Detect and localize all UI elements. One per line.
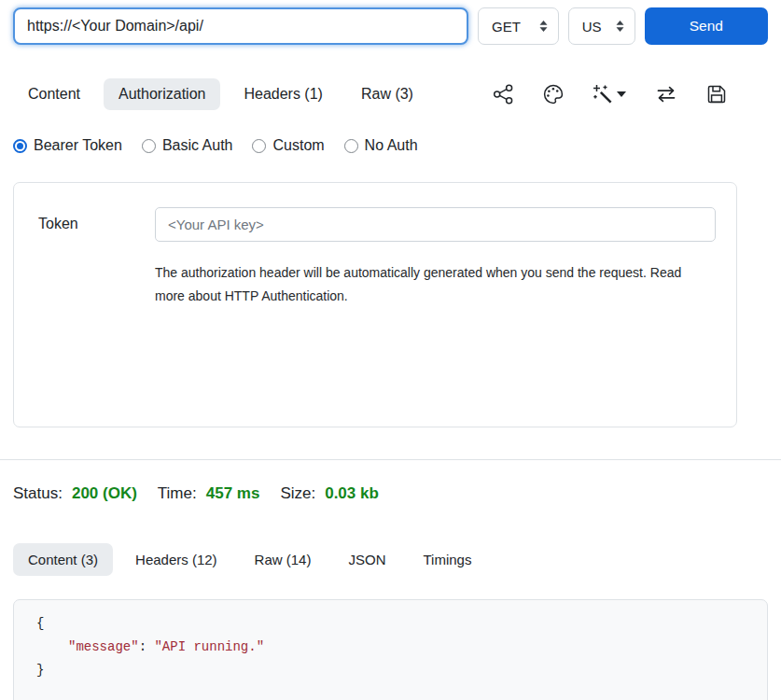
radio-icon bbox=[142, 139, 156, 153]
magic-wand-icon[interactable] bbox=[593, 84, 626, 105]
tab-response-timings[interactable]: Timings bbox=[408, 543, 486, 576]
size-group: Size: 0.03 kb bbox=[280, 484, 378, 503]
method-select-value: GET bbox=[492, 19, 521, 35]
tab-authorization[interactable]: Authorization bbox=[104, 78, 220, 110]
status-label: Status: bbox=[13, 484, 63, 503]
request-tabs-row: Content Authorization Headers (1) Raw (3… bbox=[0, 78, 781, 110]
json-separator: : bbox=[139, 639, 155, 654]
code-line: } bbox=[36, 659, 767, 682]
tab-raw[interactable]: Raw (3) bbox=[346, 78, 428, 110]
stepper-icon bbox=[539, 20, 548, 33]
url-input[interactable] bbox=[13, 7, 468, 45]
stepper-icon bbox=[616, 20, 624, 33]
token-panel: Token The authorization header will be a… bbox=[13, 182, 737, 427]
section-divider bbox=[0, 459, 781, 460]
size-value: 0.03 kb bbox=[325, 484, 379, 503]
token-input[interactable] bbox=[155, 207, 716, 242]
palette-icon[interactable] bbox=[543, 84, 564, 105]
tab-headers[interactable]: Headers (1) bbox=[229, 78, 337, 110]
code-line: "message": "API running." bbox=[36, 636, 767, 659]
time-value: 457 ms bbox=[206, 484, 260, 503]
chevron-down-icon bbox=[617, 91, 626, 97]
auth-option-label: Bearer Token bbox=[34, 137, 122, 154]
request-tabs: Content Authorization Headers (1) Raw (3… bbox=[13, 78, 428, 110]
radio-icon bbox=[344, 139, 358, 153]
status-group: Status: 200 (OK) bbox=[13, 484, 137, 503]
token-panel-main: The authorization header will be automat… bbox=[155, 207, 716, 427]
response-body-panel[interactable]: { "message": "API running." } bbox=[13, 599, 768, 700]
status-code-value: 200 (OK) bbox=[72, 484, 137, 503]
json-value: "API running." bbox=[154, 639, 264, 654]
token-help-text: The authorization header will be automat… bbox=[155, 261, 702, 308]
region-select-value: US bbox=[582, 19, 602, 35]
auth-mode-options: Bearer Token Basic Auth Custom No Auth bbox=[13, 137, 768, 154]
size-label: Size: bbox=[280, 484, 315, 503]
tab-response-headers[interactable]: Headers (12) bbox=[120, 543, 232, 576]
token-label: Token bbox=[38, 207, 155, 427]
share-icon[interactable] bbox=[492, 84, 514, 105]
tab-response-raw[interactable]: Raw (14) bbox=[240, 543, 327, 576]
response-status-bar: Status: 200 (OK) Time: 457 ms Size: 0.03… bbox=[13, 484, 768, 503]
time-label: Time: bbox=[158, 484, 197, 503]
auth-option-basic-auth[interactable]: Basic Auth bbox=[142, 137, 233, 154]
icon-toolbar bbox=[492, 84, 727, 105]
method-select[interactable]: GET bbox=[478, 7, 559, 45]
api-client-app: GET US Send Content Authorization bbox=[0, 0, 781, 700]
auth-option-no-auth[interactable]: No Auth bbox=[344, 137, 418, 154]
radio-icon bbox=[252, 139, 266, 153]
response-tabs: Content (3) Headers (12) Raw (14) JSON T… bbox=[13, 543, 768, 576]
tab-content[interactable]: Content bbox=[13, 78, 95, 110]
swap-arrows-icon[interactable] bbox=[655, 85, 677, 104]
auth-option-label: Custom bbox=[272, 137, 324, 154]
auth-option-bearer-token[interactable]: Bearer Token bbox=[13, 137, 122, 154]
json-key: "message" bbox=[68, 639, 139, 654]
auth-option-custom[interactable]: Custom bbox=[252, 137, 324, 154]
request-bar: GET US Send bbox=[0, 0, 781, 45]
auth-option-label: Basic Auth bbox=[162, 137, 233, 154]
time-group: Time: 457 ms bbox=[158, 484, 260, 503]
auth-option-label: No Auth bbox=[365, 137, 418, 154]
radio-icon bbox=[13, 139, 27, 153]
response-body-code: { "message": "API running." } bbox=[36, 612, 767, 682]
region-select[interactable]: US bbox=[568, 7, 635, 45]
tab-response-json[interactable]: JSON bbox=[333, 543, 400, 576]
tab-response-content[interactable]: Content (3) bbox=[13, 543, 113, 576]
send-button[interactable]: Send bbox=[645, 7, 768, 45]
save-icon[interactable] bbox=[706, 84, 727, 105]
code-line: { bbox=[36, 612, 767, 636]
